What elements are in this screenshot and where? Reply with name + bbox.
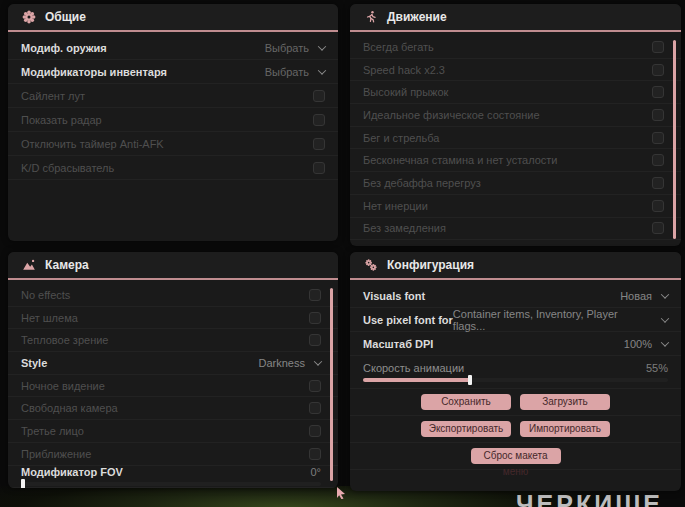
action-button[interactable]: Экспортировать	[421, 421, 511, 437]
checkbox[interactable]	[313, 138, 325, 150]
row-label: Visuals font	[363, 290, 425, 302]
panel-general: Общие Модиф. оружияВыбратьМодификаторы и…	[8, 4, 338, 241]
row-label: Speed hack x2.3	[363, 64, 445, 76]
row-label: Высокий прыжок	[363, 86, 448, 98]
button-row: Сброс макета меню	[350, 443, 681, 470]
dropdown[interactable]: Container items, Inventory, Player flags…	[453, 308, 668, 332]
row-label: Масштаб DPI	[363, 338, 433, 350]
button-row: ЭкспортироватьИмпортировать	[350, 416, 681, 443]
checkbox[interactable]	[652, 86, 664, 98]
row-label: Style	[21, 357, 47, 369]
slider-handle[interactable]	[468, 375, 472, 385]
chevron-down-icon	[661, 314, 669, 322]
slider-track[interactable]	[363, 378, 668, 382]
scrollbar[interactable]	[673, 40, 676, 239]
row-checkbox: Без замедления	[350, 218, 681, 241]
checkbox[interactable]	[652, 132, 664, 144]
dropdown[interactable]: Darkness	[259, 357, 321, 369]
checkbox[interactable]	[309, 425, 321, 437]
gear-icon	[22, 10, 36, 24]
panel-title: Конфигурация	[387, 258, 474, 272]
row-label: Ночное видение	[21, 380, 105, 392]
row-label: Скорость анимации	[363, 362, 464, 374]
scrollbar[interactable]	[330, 288, 333, 481]
row-checkbox: K/D сбрасыватель	[8, 156, 338, 180]
chevron-down-icon	[318, 42, 326, 50]
watermark-text: ЧЕРКИШЕ	[516, 492, 685, 507]
checkbox[interactable]	[313, 114, 325, 126]
panel-title: Движение	[387, 10, 447, 24]
slider-track[interactable]	[21, 482, 321, 486]
panel-camera: Камера No effectsНет шлемаТепловое зрени…	[8, 252, 338, 488]
row-label: Без дебаффа перегруз	[363, 177, 481, 189]
row-checkbox: Speed hack x2.3	[350, 59, 681, 82]
row-checkbox: No effects	[8, 284, 338, 307]
checkbox[interactable]	[309, 312, 321, 324]
row-checkbox: Показать радар	[8, 108, 338, 132]
panel-config: Конфигурация Visuals fontНоваяUse pixel …	[350, 252, 681, 491]
row-label: Модификатор FOV	[21, 466, 123, 478]
runner-icon	[364, 10, 378, 24]
row-checkbox: Сайлент лут	[8, 84, 338, 108]
row-dropdown: Масштаб DPI100%	[350, 332, 681, 356]
row-label: K/D сбрасыватель	[21, 162, 114, 174]
row-label: Use pixel font for	[363, 314, 453, 326]
checkbox[interactable]	[652, 222, 664, 234]
image-icon	[22, 258, 36, 272]
row-checkbox: Третье лицо	[8, 420, 338, 443]
slider-row: Скорость анимации55%	[350, 356, 681, 389]
row-dropdown: Модиф. оружияВыбрать	[8, 36, 338, 60]
checkbox[interactable]	[309, 380, 321, 392]
gears-icon	[364, 258, 378, 272]
slider-label-row: Скорость анимации55%	[363, 362, 668, 374]
checkbox[interactable]	[309, 402, 321, 414]
dropdown[interactable]: Новая	[620, 290, 668, 302]
row-checkbox: Отключить таймер Anti-AFK	[8, 132, 338, 156]
checkbox[interactable]	[313, 90, 325, 102]
chevron-down-icon	[661, 290, 669, 298]
panel-movement-header[interactable]: Движение	[350, 4, 681, 32]
action-button[interactable]: Сброс макета меню	[471, 448, 561, 464]
checkbox[interactable]	[652, 154, 664, 166]
checkbox[interactable]	[652, 177, 664, 189]
checkbox[interactable]	[652, 200, 664, 212]
dropdown[interactable]: 100%	[624, 338, 668, 350]
checkbox[interactable]	[313, 162, 325, 174]
checkbox[interactable]	[652, 109, 664, 121]
row-label: Тепловое зрение	[21, 334, 108, 346]
slider-fill	[363, 378, 470, 382]
checkbox[interactable]	[309, 448, 321, 460]
slider-label-row: Модификатор FOV0°	[21, 466, 321, 478]
dropdown-value: 100%	[624, 338, 652, 350]
row-label: Нет шлема	[21, 312, 78, 324]
row-checkbox: Идеальное физическое состояние	[350, 104, 681, 127]
row-dropdown: StyleDarkness	[8, 352, 338, 375]
dropdown[interactable]: Выбрать	[265, 42, 325, 54]
row-label: Сайлент лут	[21, 90, 85, 102]
row-label: Модиф. оружия	[21, 42, 107, 54]
panel-movement: Движение Всегда бегатьSpeed hack x2.3Выс…	[350, 4, 681, 246]
dropdown-value: Новая	[620, 290, 652, 302]
dropdown-value: Darkness	[259, 357, 305, 369]
panel-camera-header[interactable]: Камера	[8, 252, 338, 280]
checkbox[interactable]	[652, 64, 664, 76]
panel-general-header[interactable]: Общие	[8, 4, 338, 32]
checkbox[interactable]	[309, 289, 321, 301]
row-checkbox: Бег и стрельба	[350, 127, 681, 150]
checkbox[interactable]	[309, 334, 321, 346]
panel-config-header[interactable]: Конфигурация	[350, 252, 681, 280]
panel-title: Камера	[45, 258, 89, 272]
row-checkbox: Нет инерции	[350, 195, 681, 218]
row-checkbox: Высокий прыжок	[350, 81, 681, 104]
row-label: Отключить таймер Anti-AFK	[21, 138, 164, 150]
action-button[interactable]: Сохранить	[421, 394, 511, 410]
action-button[interactable]: Загрузить	[520, 394, 610, 410]
dropdown[interactable]: Выбрать	[265, 66, 325, 78]
row-label: Свободная камера	[21, 402, 118, 414]
chevron-down-icon	[314, 357, 322, 365]
row-label: Приближение	[21, 448, 91, 460]
action-button[interactable]: Импортировать	[520, 421, 610, 437]
slider-row: Модификатор FOV0°	[8, 466, 338, 489]
checkbox[interactable]	[652, 41, 664, 53]
slider-handle[interactable]	[21, 479, 25, 488]
